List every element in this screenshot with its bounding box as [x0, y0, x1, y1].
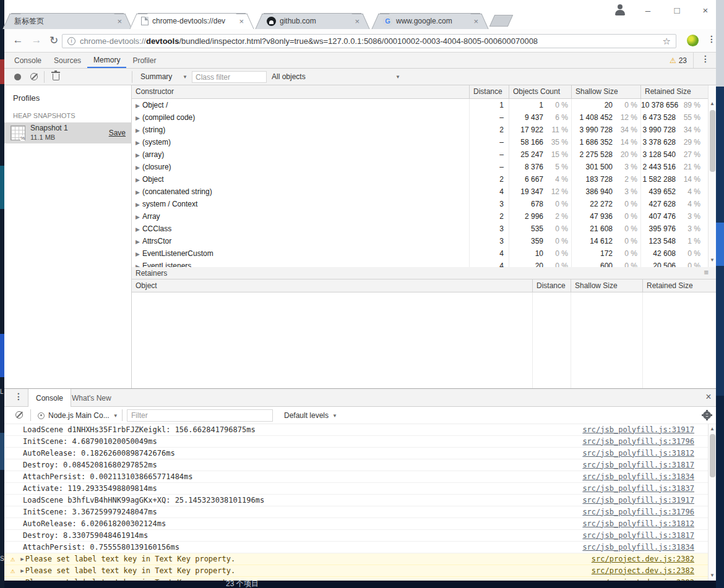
warnings-badge[interactable]: ⚠ 23: [670, 53, 694, 68]
expand-caret-icon[interactable]: ▶: [136, 251, 140, 257]
new-tab-button[interactable]: [489, 15, 513, 27]
tab-close-icon[interactable]: ×: [117, 17, 122, 25]
constructor-cell[interactable]: ▶system / Context: [132, 198, 469, 210]
save-link[interactable]: Save: [109, 129, 126, 137]
heap-table-row[interactable]: ▶EventListeners4200 %6000 %20 5060 %: [132, 260, 716, 267]
drawer-close-icon[interactable]: ×: [702, 391, 715, 404]
expand-caret-icon[interactable]: ▶: [136, 115, 140, 121]
scrollbar-thumb[interactable]: [710, 110, 715, 172]
col-shallow-size[interactable]: Shallow Size: [571, 85, 640, 98]
source-link[interactable]: src/project.dev.js:2382: [592, 553, 694, 565]
log-levels-select[interactable]: Default levels ▼: [284, 411, 337, 420]
close-button[interactable]: ×: [696, 3, 715, 17]
browser-menu-icon[interactable]: ⋮: [707, 34, 717, 48]
source-link[interactable]: src/jsb_polyfill.js:31917: [582, 495, 694, 506]
reload-button[interactable]: ↻: [45, 32, 62, 49]
source-link[interactable]: src/jsb_polyfill.js:31837: [582, 483, 694, 495]
heap-table-row[interactable]: ▶(system)–58 16635 %1 686 35214 %3 378 6…: [132, 136, 716, 148]
back-button[interactable]: ←: [9, 32, 27, 49]
profile-icon[interactable]: [614, 4, 626, 16]
expand-caret-icon[interactable]: ▶: [20, 565, 24, 577]
retainers-header[interactable]: Retainers ≡: [132, 267, 716, 279]
col-distance[interactable]: Distance: [469, 85, 509, 98]
expand-caret-icon[interactable]: ▶: [136, 202, 140, 208]
col-distance[interactable]: Distance: [532, 279, 571, 292]
source-link[interactable]: src/jsb_polyfill.js:31796: [582, 436, 694, 448]
expand-caret-icon[interactable]: ▶: [136, 177, 140, 183]
address-bar[interactable]: i chrome-devtools://devtools/bundled/ins…: [62, 34, 676, 48]
snapshot-item[interactable]: Snapshot 1 11.1 MB Save: [4, 122, 132, 143]
clear-icon[interactable]: [30, 73, 38, 80]
expand-caret-icon[interactable]: ▶: [136, 103, 140, 109]
constructor-cell[interactable]: ▶Array: [132, 210, 469, 223]
expand-caret-icon[interactable]: ▶: [136, 152, 140, 158]
constructor-cell[interactable]: ▶EventListenerCustom: [132, 247, 469, 260]
tab-profiler[interactable]: Profiler: [126, 53, 162, 68]
constructor-cell[interactable]: ▶Object /: [132, 99, 469, 111]
col-retained-size[interactable]: Retained Size: [642, 279, 716, 292]
heap-table-row[interactable]: ▶(compiled code)–9 4376 %1 408 45212 %6 …: [132, 111, 716, 124]
expand-caret-icon[interactable]: ▶: [20, 577, 24, 581]
expand-caret-icon[interactable]: ▶: [136, 164, 140, 171]
console-filter-input[interactable]: [127, 409, 273, 422]
scrollbar-thumb[interactable]: [710, 434, 715, 477]
col-shallow-size[interactable]: Shallow Size: [571, 279, 642, 292]
tab-memory[interactable]: Memory: [87, 53, 126, 68]
console-scrollbar[interactable]: ▲ ▼: [708, 424, 716, 581]
constructor-cell[interactable]: ▶Object: [132, 173, 469, 185]
heap-table-row[interactable]: ▶Object /110 %200 %10 378 65689 %: [132, 99, 716, 111]
clear-console-icon[interactable]: [15, 411, 23, 419]
source-link[interactable]: src/jsb_polyfill.js:31917: [582, 424, 694, 436]
constructor-cell[interactable]: ▶(closure): [132, 161, 469, 173]
tab-sources[interactable]: Sources: [48, 53, 87, 68]
info-icon[interactable]: i: [67, 37, 75, 45]
record-icon[interactable]: [14, 74, 21, 80]
context-select[interactable]: Node.js Main Co... ▼: [38, 411, 118, 420]
constructor-cell[interactable]: ▶(compiled code): [132, 111, 469, 124]
expand-caret-icon[interactable]: ▶: [136, 127, 140, 134]
console-settings-icon[interactable]: [702, 411, 712, 420]
heap-table-row[interactable]: ▶CCClass35350 %21 6080 %395 9763 %: [132, 223, 716, 235]
constructor-cell[interactable]: ▶(system): [132, 136, 469, 148]
heap-table-row[interactable]: ▶(string)217 92211 %3 990 72834 %3 990 7…: [132, 124, 716, 136]
col-objects-count[interactable]: Objects Count: [509, 85, 571, 98]
source-link[interactable]: src/jsb_polyfill.js:31817: [582, 459, 694, 471]
constructor-cell[interactable]: ▶(string): [132, 124, 469, 136]
bookmark-star-icon[interactable]: ☆: [663, 36, 671, 47]
scroll-up-icon[interactable]: ▲: [709, 426, 716, 432]
expand-caret-icon[interactable]: ▶: [136, 189, 140, 195]
heap-scrollbar[interactable]: ▲ ▼: [708, 85, 716, 267]
heap-table-row[interactable]: ▶(closure)–8 3765 %301 5003 %2 443 51621…: [132, 161, 716, 173]
heap-table-row[interactable]: ▶system / Context36780 %22 2720 %427 628…: [132, 198, 716, 210]
source-link[interactable]: src/project.dev.js:2382: [592, 565, 694, 577]
tab-close-icon[interactable]: ×: [473, 17, 478, 25]
heap-table-row[interactable]: ▶AttrsCtor33590 %14 6120 %123 5481 %: [132, 235, 716, 247]
expand-caret-icon[interactable]: ▶: [136, 239, 140, 245]
col-retained-size[interactable]: Retained Size: [640, 85, 704, 98]
tab-close-icon[interactable]: ×: [355, 17, 360, 25]
constructor-cell[interactable]: ▶(array): [132, 148, 469, 161]
heap-table-row[interactable]: ▶EventListenerCustom4100 %1720 %42 6080 …: [132, 247, 716, 260]
drawer-tab-whats-new[interactable]: What's New: [64, 389, 119, 407]
expand-caret-icon[interactable]: ▶: [136, 214, 140, 220]
browser-tab-newtab[interactable]: 新标签页 ×: [6, 13, 129, 29]
source-link[interactable]: src/jsb_polyfill.js:31812: [582, 518, 694, 530]
expand-caret-icon[interactable]: ▶: [136, 226, 140, 232]
minimize-button[interactable]: –: [639, 3, 657, 17]
expand-caret-icon[interactable]: ▶: [20, 553, 24, 565]
source-link[interactable]: src/jsb_polyfill.js:31834: [582, 471, 694, 483]
heap-table-row[interactable]: ▶Array22 9962 %47 9360 %407 4763 %: [132, 210, 716, 223]
scroll-down-icon[interactable]: ▼: [709, 257, 716, 263]
delete-icon[interactable]: [53, 74, 59, 80]
tab-close-icon[interactable]: ×: [239, 17, 244, 25]
heap-table-row[interactable]: ▶Object26 6674 %183 7282 %1 582 28814 %: [132, 173, 716, 185]
col-constructor[interactable]: Constructor: [132, 85, 469, 98]
objects-filter-select[interactable]: All objects ▼: [272, 72, 400, 81]
expand-caret-icon[interactable]: ▶: [136, 140, 140, 146]
source-link[interactable]: src/jsb_polyfill.js:31834: [582, 542, 694, 553]
scroll-down-icon[interactable]: ▼: [709, 573, 716, 578]
source-link[interactable]: src/jsb_polyfill.js:31812: [582, 448, 694, 459]
scroll-up-icon[interactable]: ▲: [709, 101, 716, 106]
tab-console[interactable]: Console: [8, 53, 48, 68]
source-link[interactable]: src/project.dev.js:2382: [592, 577, 694, 581]
